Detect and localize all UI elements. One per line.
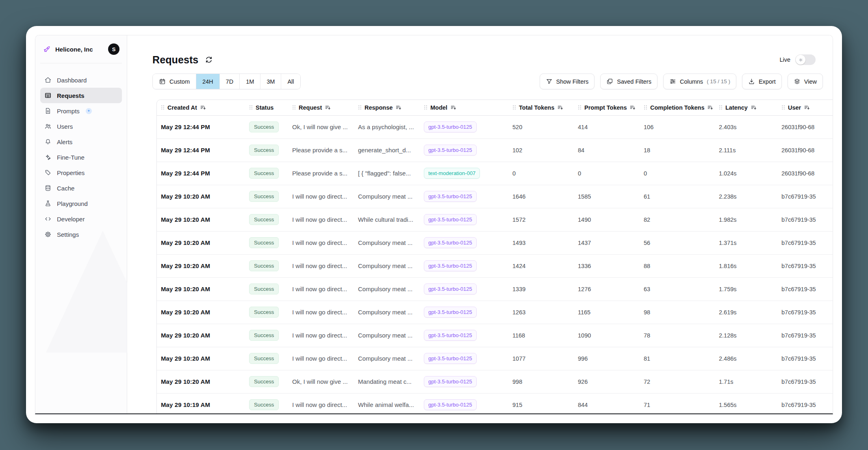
prompt-tokens-cell: 844 [574, 393, 640, 413]
completion-tokens-cell: 106 [640, 115, 715, 138]
layers-icon [794, 78, 801, 85]
sort-icon[interactable] [804, 104, 810, 111]
time-filter-24h[interactable]: 24H [196, 74, 219, 89]
created-at-cell: May 29 10:20 AM [157, 231, 245, 254]
request-preview-cell: I will now go direct... [288, 393, 354, 413]
sort-icon[interactable] [395, 104, 402, 111]
columns-button[interactable]: Columns ( 15 / 15 ) [663, 74, 736, 89]
user-avatar[interactable]: S [108, 43, 119, 55]
drag-handle-icon[interactable] [358, 105, 362, 110]
sidebar-item-dashboard[interactable]: Dashboard [40, 72, 122, 88]
sidebar-item-settings[interactable]: Settings [40, 227, 122, 242]
column-header-completion-tokens[interactable]: Completion Tokens [640, 100, 715, 115]
time-filter-7d[interactable]: 7D [219, 74, 240, 89]
table-row[interactable]: May 29 10:20 AMSuccessI will now go dire… [157, 324, 833, 347]
time-filter-all[interactable]: All [281, 74, 300, 89]
latency-cell: 1.565s [715, 393, 777, 413]
table-row[interactable]: May 29 10:20 AMSuccessI will now go dire… [157, 185, 833, 208]
status-badge: Success [249, 399, 279, 410]
table-row[interactable]: May 29 10:20 AMSuccessI will now go dire… [157, 231, 833, 254]
sidebar-item-cache[interactable]: Cache [40, 180, 122, 196]
sidebar-item-alerts[interactable]: Alerts [40, 134, 122, 149]
prompts-badge-icon: ✦ [86, 108, 92, 114]
table-row[interactable]: May 29 10:19 AMSuccessI will now go dire… [157, 393, 833, 413]
column-header-prompt-tokens[interactable]: Prompt Tokens [574, 100, 640, 115]
database-icon [44, 184, 52, 192]
time-filter-custom[interactable]: Custom [153, 74, 196, 89]
time-filter-label: Custom [169, 78, 190, 85]
org-switcher[interactable]: Helicone, Inc S [40, 40, 122, 63]
table-row[interactable]: May 29 10:20 AMSuccessI will now go dire… [157, 254, 833, 277]
table-row[interactable]: May 29 12:44 PMSuccessPlease provide a s… [157, 162, 833, 185]
sidebar-item-developer[interactable]: Developer [40, 211, 122, 227]
sort-icon[interactable] [629, 104, 636, 111]
request-preview-cell: Ok, I will now give ... [288, 115, 354, 138]
table-row[interactable]: May 29 12:44 PMSuccessOk, I will now giv… [157, 115, 833, 138]
time-filter-1m[interactable]: 1M [239, 74, 260, 89]
user-id-cell: b7c67919-35 [777, 324, 833, 347]
table-row[interactable]: May 29 10:20 AMSuccessI will now go dire… [157, 277, 833, 301]
sort-icon[interactable] [450, 104, 457, 111]
drag-handle-icon[interactable] [161, 105, 165, 110]
table-row[interactable]: May 29 10:20 AMSuccessI will now go dire… [157, 301, 833, 324]
user-id-cell: b7c67919-35 [777, 231, 833, 254]
latency-cell: 1.71s [715, 370, 777, 393]
column-header-user[interactable]: User [777, 100, 833, 115]
live-toggle[interactable] [795, 54, 816, 65]
table-row[interactable]: May 29 10:20 AMSuccessI will now go dire… [157, 208, 833, 231]
sidebar-item-requests[interactable]: Requests [40, 88, 122, 103]
user-id-cell: b7c67919-35 [777, 208, 833, 231]
column-header-latency[interactable]: Latency [715, 100, 777, 115]
model-cell: gpt-3.5-turbo-0125 [420, 231, 508, 254]
sidebar-item-playground[interactable]: Playground [40, 196, 122, 211]
time-filter-label: 24H [202, 78, 213, 85]
column-header-status[interactable]: Status [245, 100, 288, 115]
view-button[interactable]: View [788, 74, 823, 89]
refresh-button[interactable] [205, 55, 214, 64]
drag-handle-icon[interactable] [512, 105, 516, 110]
request-preview-cell: I will now go direct... [288, 347, 354, 370]
time-filter-label: All [287, 78, 294, 85]
status-badge: Success [249, 353, 279, 364]
drag-handle-icon[interactable] [781, 105, 785, 110]
sidebar-item-fine-tune[interactable]: Fine-Tune [40, 149, 122, 165]
sort-icon[interactable] [200, 104, 206, 111]
sidebar-item-label: Fine-Tune [57, 154, 85, 161]
view-label: View [804, 78, 817, 85]
latency-cell: 1.024s [715, 162, 777, 185]
sidebar-item-label: Alerts [57, 138, 72, 145]
column-header-response[interactable]: Response [354, 100, 420, 115]
table-row[interactable]: May 29 12:44 PMSuccessPlease provide a s… [157, 138, 833, 162]
export-button[interactable]: Export [742, 74, 782, 89]
saved-filters-button[interactable]: Saved Filters [600, 74, 658, 89]
drag-handle-icon[interactable] [644, 105, 647, 110]
show-filters-button[interactable]: Show Filters [540, 74, 595, 89]
drag-handle-icon[interactable] [249, 105, 253, 110]
column-header-created-at[interactable]: Created At [157, 100, 245, 115]
time-filter-3m[interactable]: 3M [260, 74, 281, 89]
sliders-icon [669, 78, 676, 85]
column-header-total-tokens[interactable]: Total Tokens [508, 100, 574, 115]
drag-handle-icon[interactable] [292, 105, 296, 110]
sort-icon[interactable] [557, 104, 564, 111]
sidebar-item-users[interactable]: Users [40, 119, 122, 134]
sort-icon[interactable] [325, 104, 331, 111]
column-header-model[interactable]: Model [420, 100, 508, 115]
sidebar-item-prompts[interactable]: Prompts✦ [40, 103, 122, 119]
sort-icon[interactable] [707, 104, 714, 111]
table-row[interactable]: May 29 10:20 AMSuccessI will now go dire… [157, 347, 833, 370]
column-header-request[interactable]: Request [288, 100, 354, 115]
user-id-cell: b7c67919-35 [777, 254, 833, 277]
drag-handle-icon[interactable] [424, 105, 427, 110]
drag-handle-icon[interactable] [719, 105, 723, 110]
drag-handle-icon[interactable] [578, 105, 582, 110]
prompt-tokens-cell: 1437 [574, 231, 640, 254]
request-preview-cell: Please provide a s... [288, 162, 354, 185]
prompt-tokens-cell: 1585 [574, 185, 640, 208]
sidebar-item-properties[interactable]: Properties [40, 165, 122, 180]
table-row[interactable]: May 29 10:20 AMSuccessOk, I will now giv… [157, 370, 833, 393]
sort-icon[interactable] [751, 104, 757, 111]
completion-tokens-cell: 71 [640, 393, 715, 413]
time-filter-label: 7D [226, 78, 234, 85]
model-badge: gpt-3.5-turbo-0125 [424, 307, 477, 318]
